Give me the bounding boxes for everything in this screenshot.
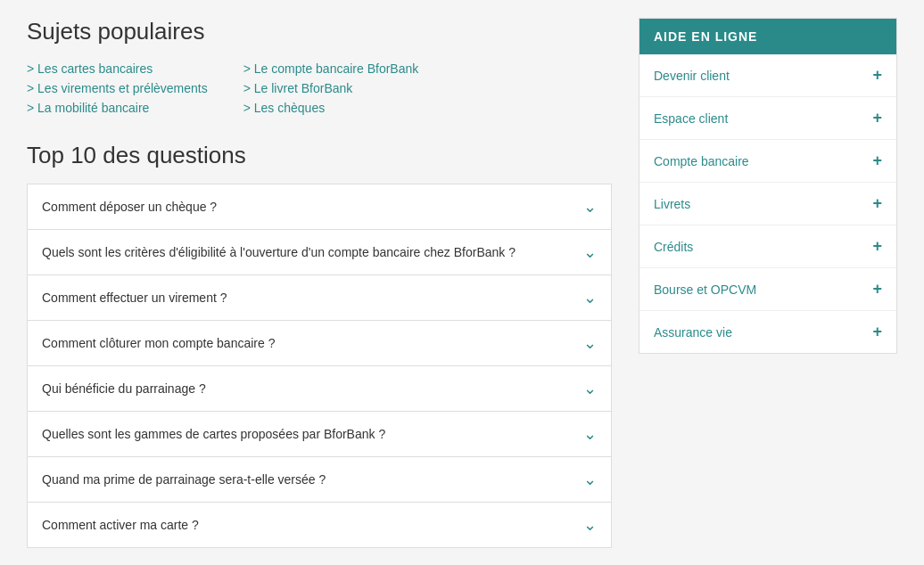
faq-question: Quels sont les critères d'éligibilité à … xyxy=(42,245,516,259)
aide-item-label: Bourse et OPCVM xyxy=(654,282,756,297)
faq-item[interactable]: Comment activer ma carte ?⌄ xyxy=(28,503,611,547)
subjects-col-1: Les cartes bancairesLes virements et pré… xyxy=(27,61,208,115)
aide-item-label: Assurance vie xyxy=(654,325,732,340)
chevron-down-icon: ⌄ xyxy=(583,288,597,307)
subject-link[interactable]: Le livret BforBank xyxy=(243,81,419,95)
subjects-col-2: Le compte bancaire BforBankLe livret Bfo… xyxy=(243,61,419,115)
subjects-columns: Les cartes bancairesLes virements et pré… xyxy=(27,61,612,115)
aide-menu-item[interactable]: Espace client+ xyxy=(639,97,896,140)
plus-icon: + xyxy=(872,194,882,213)
subject-link[interactable]: Le compte bancaire BforBank xyxy=(243,61,419,76)
subject-link[interactable]: Les virements et prélèvements xyxy=(27,81,208,95)
faq-list: Comment déposer un chèque ?⌄Quels sont l… xyxy=(27,184,612,548)
chevron-down-icon: ⌄ xyxy=(583,333,597,353)
faq-item[interactable]: Comment déposer un chèque ?⌄ xyxy=(28,184,611,230)
popular-subjects: Sujets populaires Les cartes bancairesLe… xyxy=(27,18,612,115)
plus-icon: + xyxy=(872,323,882,341)
aide-box: AIDE EN LIGNE Devenir client+Espace clie… xyxy=(639,18,897,354)
faq-item[interactable]: Quand ma prime de parrainage sera-t-elle… xyxy=(28,457,611,503)
aide-items: Devenir client+Espace client+Compte banc… xyxy=(639,54,896,353)
top-questions-title: Top 10 des questions xyxy=(27,142,612,169)
aide-item-label: Crédits xyxy=(654,240,693,254)
chevron-down-icon: ⌄ xyxy=(583,424,597,444)
aide-item-label: Compte bancaire xyxy=(654,154,749,168)
aide-menu-item[interactable]: Crédits+ xyxy=(639,225,896,268)
faq-item[interactable]: Quels sont les critères d'éligibilité à … xyxy=(28,230,611,275)
aide-menu-item[interactable]: Assurance vie+ xyxy=(639,311,896,353)
aide-header: AIDE EN LIGNE xyxy=(639,19,896,54)
aide-menu-item[interactable]: Devenir client+ xyxy=(639,54,896,97)
faq-question: Comment déposer un chèque ? xyxy=(42,200,217,214)
plus-icon: + xyxy=(872,151,882,170)
aide-menu-item[interactable]: Livrets+ xyxy=(639,183,896,225)
faq-item[interactable]: Comment effectuer un virement ?⌄ xyxy=(28,275,611,321)
aide-menu-item[interactable]: Compte bancaire+ xyxy=(639,140,896,183)
top-questions: Top 10 des questions Comment déposer un … xyxy=(27,142,612,548)
aide-menu-item[interactable]: Bourse et OPCVM+ xyxy=(639,268,896,311)
main-content: Sujets populaires Les cartes bancairesLe… xyxy=(27,18,612,548)
faq-question: Quand ma prime de parrainage sera-t-elle… xyxy=(42,472,326,487)
subject-link[interactable]: Les chèques xyxy=(243,101,419,115)
chevron-down-icon: ⌄ xyxy=(583,197,597,217)
chevron-down-icon: ⌄ xyxy=(583,242,597,262)
sidebar: AIDE EN LIGNE Devenir client+Espace clie… xyxy=(639,18,897,548)
chevron-down-icon: ⌄ xyxy=(583,470,597,489)
plus-icon: + xyxy=(872,109,882,127)
faq-item[interactable]: Comment clôturer mon compte bancaire ?⌄ xyxy=(28,321,611,366)
aide-item-label: Livrets xyxy=(654,197,690,211)
plus-icon: + xyxy=(872,237,882,256)
plus-icon: + xyxy=(872,66,882,85)
faq-question: Quelles sont les gammes de cartes propos… xyxy=(42,427,385,441)
faq-question: Comment clôturer mon compte bancaire ? xyxy=(42,336,275,350)
faq-question: Comment effectuer un virement ? xyxy=(42,291,227,305)
subject-link[interactable]: Les cartes bancaires xyxy=(27,61,208,76)
aide-item-label: Espace client xyxy=(654,111,728,126)
popular-subjects-title: Sujets populaires xyxy=(27,18,612,45)
faq-question: Qui bénéficie du parrainage ? xyxy=(42,381,206,396)
chevron-down-icon: ⌄ xyxy=(583,515,597,535)
page-wrapper: Sujets populaires Les cartes bancairesLe… xyxy=(0,0,924,565)
chevron-down-icon: ⌄ xyxy=(583,379,597,398)
faq-item[interactable]: Quelles sont les gammes de cartes propos… xyxy=(28,412,611,457)
aide-item-label: Devenir client xyxy=(654,69,730,83)
subject-link[interactable]: La mobilité bancaire xyxy=(27,101,208,115)
faq-item[interactable]: Qui bénéficie du parrainage ?⌄ xyxy=(28,366,611,412)
plus-icon: + xyxy=(872,280,882,299)
faq-question: Comment activer ma carte ? xyxy=(42,518,199,532)
